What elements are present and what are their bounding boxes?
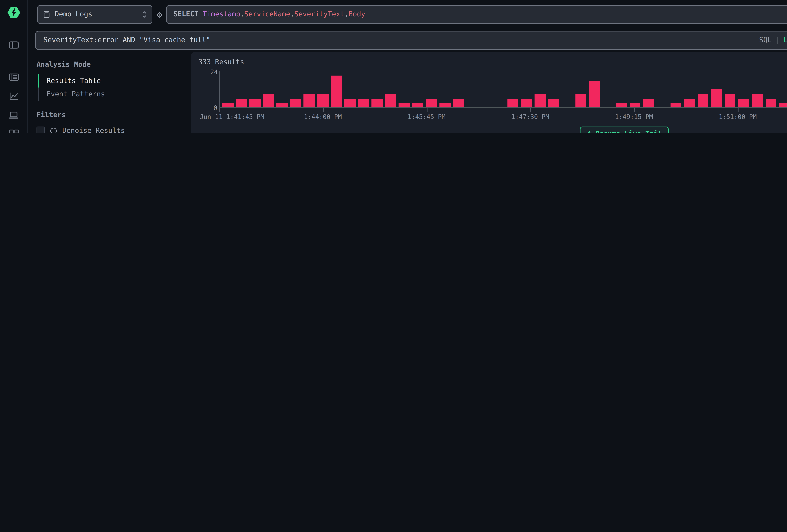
database-icon: [43, 10, 50, 18]
results-count: 333 Results: [198, 58, 244, 66]
query-column: ServiceName: [244, 10, 290, 18]
histogram-bar[interactable]: [752, 94, 763, 108]
query-comma: ,: [344, 10, 349, 18]
histogram-bar[interactable]: [507, 99, 518, 108]
x-axis-ticks: [219, 108, 787, 112]
histogram-bar[interactable]: [643, 99, 654, 108]
x-axis-tick: [427, 108, 427, 112]
histogram-xlabels: Jun 11 1:41:45 PM1:44:00 PM1:45:45 PM1:4…: [219, 113, 787, 122]
histogram-bar[interactable]: [290, 99, 301, 108]
filters-title: Filters: [37, 111, 191, 119]
line-chart-icon[interactable]: [8, 91, 19, 101]
page: Demo Logs ⚙ SELECT Timestamp, ServiceNam…: [28, 0, 787, 133]
histogram-bar[interactable]: [304, 94, 315, 108]
x-axis-tick: [323, 108, 323, 112]
nav-rail: ? U: [0, 0, 28, 133]
results-panel: 333 Results Scanned Rows: 788242 24 0 Ju…: [191, 51, 787, 133]
results-summary: 333 Results Scanned Rows: 788242: [191, 51, 787, 66]
histogram-bar[interactable]: [534, 94, 546, 108]
sidebar-item-event-patterns[interactable]: Event Patterns: [37, 87, 191, 101]
resume-live-tail-button[interactable]: Resume Live Tail: [579, 127, 669, 133]
x-axis-label: 1:47:30 PM: [511, 113, 549, 120]
mode-divider: |: [772, 36, 784, 44]
search-query-text: SeverityText:error AND "Visa cache full": [43, 36, 754, 44]
histogram-bars: [221, 71, 787, 108]
x-axis-label: 1:51:00 PM: [719, 113, 757, 120]
histogram-plot: [219, 71, 787, 108]
y-axis-min-label: 0: [213, 105, 217, 111]
histogram-bar[interactable]: [575, 94, 586, 108]
sidebar-item-results-table[interactable]: Results Table: [37, 74, 191, 87]
lightning-icon: [587, 130, 592, 133]
select-updown-icon: [142, 10, 147, 18]
search-input[interactable]: SeverityText:error AND "Visa cache full"…: [35, 30, 787, 49]
histogram-bar[interactable]: [738, 99, 749, 108]
x-axis-label: 1:45:45 PM: [408, 113, 446, 120]
histogram-bar[interactable]: [589, 80, 600, 108]
histogram-bar[interactable]: [765, 99, 776, 108]
live-tail-row: Resume Live Tail: [191, 127, 787, 133]
logs-list-icon[interactable]: [8, 72, 19, 82]
results-histogram: 24 0 Jun 11 1:41:45 PM1:44:00 PM1:45:45 …: [208, 69, 787, 122]
y-axis-max-label: 24: [210, 69, 218, 76]
app-logo-icon[interactable]: [7, 6, 20, 20]
histogram-bar[interactable]: [548, 99, 559, 108]
histogram-bar[interactable]: [698, 94, 708, 108]
histogram-bar[interactable]: [236, 99, 247, 108]
live-tail-label: Resume Live Tail: [595, 129, 662, 133]
histogram-bar[interactable]: [344, 99, 356, 108]
histogram-bar[interactable]: [426, 99, 437, 108]
x-axis-label: 1:44:00 PM: [304, 113, 342, 120]
laptop-icon[interactable]: [8, 110, 19, 120]
x-axis-label: 1:49:15 PM: [615, 113, 653, 120]
x-axis-tick: [634, 108, 635, 112]
histogram-bar[interactable]: [521, 99, 532, 108]
x-axis-tick: [219, 108, 220, 112]
x-axis-line: [219, 107, 787, 108]
query-column: SeverityText: [294, 10, 344, 18]
query-language-toggle[interactable]: SQL|Lucene: [759, 36, 787, 44]
source-select-value: Demo Logs: [55, 10, 137, 18]
histogram-bar[interactable]: [371, 99, 383, 108]
denoise-icon: [50, 127, 57, 133]
search-toolbar: SeverityText:error AND "Visa cache full"…: [28, 28, 787, 51]
histogram-bar[interactable]: [331, 76, 342, 108]
query-comma: ,: [240, 10, 244, 18]
x-axis-tick: [530, 108, 531, 112]
histogram-bar[interactable]: [317, 94, 328, 108]
mode-lucene[interactable]: Lucene: [783, 36, 787, 44]
sidebar: Analysis Mode Results Table Event Patter…: [28, 51, 191, 133]
histogram-bar[interactable]: [724, 94, 736, 108]
select-query-input[interactable]: SELECT Timestamp, ServiceName, SeverityT…: [167, 5, 787, 24]
query-column: Body: [349, 10, 365, 18]
content-row: Analysis Mode Results Table Event Patter…: [28, 51, 787, 133]
analysis-mode-title: Analysis Mode: [37, 60, 191, 69]
histogram-bar[interactable]: [684, 99, 695, 108]
histogram-bar[interactable]: [453, 99, 464, 108]
histogram-bar[interactable]: [250, 99, 260, 108]
histogram-bar[interactable]: [385, 94, 396, 108]
x-axis-label: Jun 11 1:41:45 PM: [200, 113, 264, 120]
mode-sql[interactable]: SQL: [759, 36, 772, 44]
query-column: Timestamp: [203, 10, 240, 18]
histogram-bar[interactable]: [358, 99, 369, 108]
denoise-checkbox[interactable]: [37, 127, 45, 133]
gear-icon[interactable]: ⚙: [157, 10, 162, 19]
denoise-label: Denoise Results: [62, 127, 125, 133]
histogram-bar[interactable]: [711, 89, 722, 108]
x-axis-tick: [738, 108, 738, 112]
query-comma: ,: [290, 10, 295, 18]
select-keyword: SELECT: [173, 10, 198, 18]
panel-left-icon[interactable]: [8, 40, 19, 50]
dashboard-icon[interactable]: [8, 129, 19, 133]
app-window: ? U Demo Logs ⚙ SELECT Timestamp, Servic…: [0, 0, 787, 133]
query-toolbar: Demo Logs ⚙ SELECT Timestamp, ServiceNam…: [28, 0, 787, 28]
source-select[interactable]: Demo Logs: [37, 5, 152, 24]
histogram-bar[interactable]: [263, 94, 274, 108]
denoise-results-row[interactable]: Denoise Results: [37, 125, 191, 133]
